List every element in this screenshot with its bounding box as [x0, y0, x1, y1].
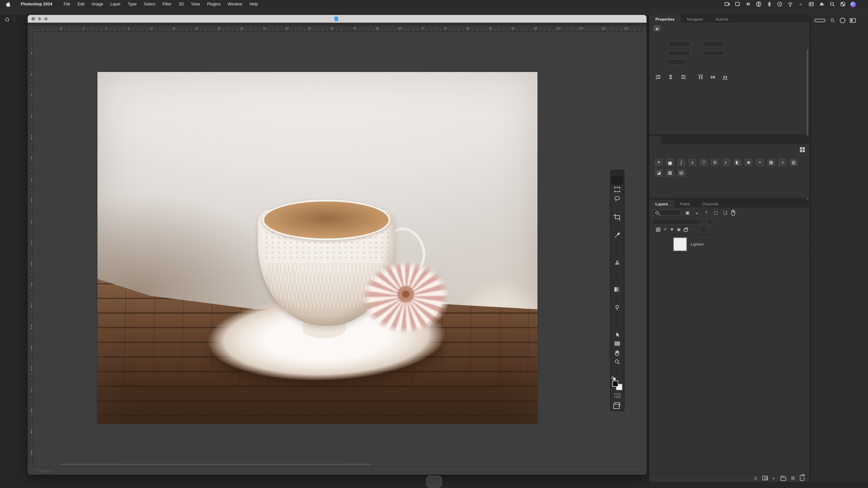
siri-icon[interactable] [850, 1, 856, 7]
document-tab-title[interactable] [28, 17, 647, 21]
angle-field[interactable] [667, 59, 686, 65]
menu-item[interactable]: View [188, 2, 204, 6]
eyedropper-tool[interactable] [611, 230, 623, 239]
menu-item[interactable]: Image [88, 2, 107, 6]
adjustment-icon[interactable]: ◧ [734, 159, 741, 166]
lasso-tool[interactable] [611, 194, 623, 203]
visibility-toggle[interactable] [649, 235, 659, 253]
expand-panels-icon[interactable] [811, 27, 868, 31]
adjustment-icon[interactable]: ≣ [711, 159, 719, 166]
pen-tool[interactable] [611, 312, 623, 321]
display-note-icon[interactable] [735, 1, 741, 7]
crop-tool[interactable] [611, 212, 623, 221]
adjustment-icon[interactable]: ▨ [790, 159, 798, 166]
default-colors-icon[interactable] [612, 377, 616, 380]
wifi-icon[interactable] [787, 1, 793, 7]
gradient-tool[interactable] [611, 285, 623, 294]
menu-item[interactable]: Type [124, 2, 140, 6]
adjustment-icon[interactable]: ☀ [655, 159, 662, 166]
add-mask-icon[interactable] [762, 476, 768, 480]
width-field[interactable] [668, 41, 690, 47]
time-machine-icon[interactable] [777, 1, 783, 7]
opacity-field[interactable] [707, 219, 713, 225]
filter-type-layers-icon[interactable]: T [703, 211, 710, 215]
adjustments-presets-row[interactable] [649, 144, 809, 152]
fill-field[interactable] [700, 226, 706, 232]
new-group-icon[interactable] [780, 477, 786, 481]
dev-chevrons-icon[interactable]: ‹› [798, 1, 804, 7]
menu-item[interactable]: Layer [107, 2, 124, 6]
menu-item[interactable]: File [60, 2, 74, 6]
dock-app[interactable] [430, 477, 438, 486]
mask-thumbnail[interactable] [673, 237, 687, 251]
filter-adjustment-layers-icon[interactable]: ◒ [694, 210, 700, 215]
filter-toggle[interactable] [731, 210, 735, 216]
path-selection-tool[interactable] [611, 330, 623, 339]
x-field[interactable] [703, 41, 725, 47]
menu-item[interactable]: Select [140, 2, 159, 6]
horizontal-ruler[interactable]: 1050510152025303540455055606570758085909… [33, 26, 647, 31]
object-selection-tool[interactable] [611, 203, 623, 212]
adjustment-icon[interactable]: ▅ [666, 159, 674, 166]
workspace-icon[interactable] [850, 18, 856, 23]
collapsed-panel-button[interactable] [811, 31, 868, 52]
lock-artboard-icon[interactable]: ▣ [677, 227, 680, 232]
lock-all-icon[interactable] [684, 228, 688, 232]
align-center-horizontal-icon[interactable] [668, 75, 673, 80]
menu-item[interactable]: Plugins [204, 2, 224, 6]
rectangle-shape-tool[interactable] [611, 339, 623, 348]
new-layer-icon[interactable]: ⊞ [791, 475, 795, 481]
adjustment-icon[interactable]: ▤ [677, 169, 685, 177]
adjustment-icon[interactable]: ▩ [666, 169, 674, 177]
adjustment-icon[interactable]: ◪ [655, 169, 662, 177]
lock-transparency-icon[interactable] [656, 227, 660, 232]
adjustment-icon[interactable]: ◐ [722, 159, 730, 166]
adjustment-icon[interactable]: ▽ [700, 159, 708, 166]
foreground-color-swatch[interactable] [612, 381, 618, 387]
layer-style-icon[interactable]: fx [754, 476, 757, 481]
menu-item[interactable]: Photoshop 2024 [17, 2, 60, 6]
transform-header[interactable] [649, 34, 809, 39]
menu-item[interactable]: Window [224, 2, 246, 6]
rectangular-marquee-tool[interactable] [611, 185, 623, 194]
clone-stamp-tool[interactable] [611, 258, 623, 267]
canvas[interactable] [97, 72, 537, 424]
panel-tab[interactable]: Channels [696, 200, 725, 207]
panel-tab[interactable]: Paths [674, 200, 696, 207]
align-center-vertical-icon[interactable] [710, 75, 715, 80]
spotlight-icon[interactable] [829, 1, 835, 7]
new-adjustment-icon[interactable]: ◐ [773, 476, 776, 481]
screen-mirroring-icon[interactable] [724, 1, 730, 7]
panel-tab[interactable] [649, 136, 662, 144]
eraser-tool[interactable] [611, 275, 623, 285]
widget-panel-icon[interactable] [808, 1, 814, 7]
hand-tool[interactable] [611, 348, 623, 357]
vertical-ruler[interactable]: 5051015202530354045505560657075808590 [28, 26, 33, 466]
filter-pixel-layers-icon[interactable]: ▣ [684, 210, 691, 215]
panel-tab[interactable]: Layers [649, 200, 674, 207]
help-icon[interactable] [840, 18, 845, 23]
lock-position-icon[interactable]: ✚ [670, 227, 673, 232]
kind-filter-dropdown[interactable] [653, 210, 681, 216]
edit-toolbar-button[interactable] [611, 366, 623, 376]
panel-tab[interactable]: Actions [710, 15, 735, 23]
y-field[interactable] [703, 51, 725, 56]
filter-shape-layers-icon[interactable]: ▢ [712, 210, 719, 215]
quick-mask-button[interactable] [611, 391, 623, 400]
document-info[interactable] [39, 470, 50, 471]
panel-menu-icon[interactable] [803, 136, 809, 144]
type-tool[interactable] [611, 321, 623, 330]
delete-layer-icon[interactable] [800, 476, 804, 481]
bluetooth-icon[interactable] [766, 1, 772, 7]
menu-item[interactable]: Help [246, 2, 261, 6]
move-tool-icon[interactable] [18, 16, 24, 22]
dodge-tool[interactable] [611, 303, 623, 312]
align-bottom-icon[interactable] [722, 75, 727, 80]
spot-healing-brush-tool[interactable] [611, 239, 623, 249]
document-tab-bar[interactable] [28, 15, 647, 23]
panel-tab[interactable]: Navigator [681, 15, 709, 23]
layer-row[interactable]: Lighten [649, 235, 809, 254]
align-top-icon[interactable] [698, 75, 703, 80]
menu-item[interactable]: 3D [175, 2, 188, 6]
search-icon[interactable] [830, 18, 835, 23]
